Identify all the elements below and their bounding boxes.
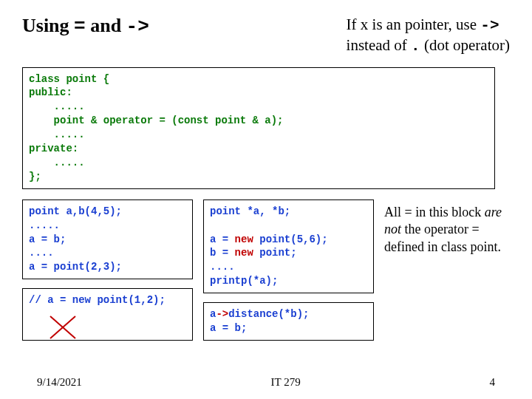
slide: Using = and -> If x is an pointer, use -… — [0, 0, 532, 399]
header-note: If x is an pointer, use -> instead of . … — [347, 15, 510, 57]
svg-line-0 — [50, 316, 75, 338]
mid1-l4a: b = — [210, 247, 235, 259]
left-column: point a,b(4,5); ..... a = b; .... a = po… — [22, 200, 193, 341]
left-code-1: point a,b(4,5); ..... a = b; .... a = po… — [29, 205, 122, 273]
title-text-1: Using — [22, 15, 74, 36]
title-eq: = — [74, 16, 86, 38]
note-arrow: -> — [480, 17, 499, 34]
mid1-l3c: point(5,6); — [253, 233, 328, 245]
code-left-commented: // a = new point(1,2); — [22, 288, 193, 341]
slide-title: Using = and -> — [22, 15, 149, 38]
right-note: All = in this block are not the operator… — [384, 200, 510, 341]
code-row: point a,b(4,5); ..... a = b; .... a = po… — [22, 200, 510, 341]
code-mid-pointer: point *a, *b; a = new point(5,6); b = ne… — [203, 200, 374, 293]
middle-column: point *a, *b; a = new point(5,6); b = ne… — [203, 200, 374, 341]
code-top: class point { public: ..... point & oper… — [29, 73, 283, 183]
note-text-1: If x is an pointer, use — [347, 16, 481, 33]
title-arrow: -> — [126, 16, 149, 38]
footer-course: IT 279 — [271, 376, 301, 389]
left-code-2: // a = new point(1,2); — [29, 294, 166, 306]
rnote-c: the operator = defined in class point. — [384, 222, 501, 253]
mid1-l3b: new — [235, 233, 253, 245]
code-mid-arrow: a->distance(*b); a = b; — [203, 302, 374, 341]
mid1-l4c: point; — [253, 247, 297, 259]
mid1-l6: printp(*a); — [210, 275, 278, 287]
mid2-l1c: distance(*b); — [228, 308, 309, 320]
code-left-usage: point a,b(4,5); ..... a = b; .... a = po… — [22, 200, 193, 279]
footer: 9/14/2021 IT 279 4 — [0, 376, 532, 389]
header: Using = and -> If x is an pointer, use -… — [22, 15, 510, 57]
mid2-l1b: -> — [216, 308, 228, 320]
mid1-l5: .... — [210, 261, 235, 273]
rnote-a: All = in this block — [384, 205, 485, 219]
note-dot: . — [411, 38, 420, 55]
title-text-2: and — [86, 15, 126, 36]
svg-line-1 — [50, 316, 75, 338]
footer-date: 9/14/2021 — [37, 376, 82, 389]
mid2-l2: a = b; — [210, 322, 247, 334]
note-text-3: (dot operator) — [420, 36, 510, 54]
footer-page: 4 — [489, 376, 495, 389]
code-class-definition: class point { public: ..... point & oper… — [22, 67, 495, 189]
mid1-l4b: new — [235, 247, 253, 259]
mid1-l1: point *a, *b; — [210, 205, 290, 217]
mid1-l3a: a = — [210, 233, 235, 245]
note-text-2: instead of — [347, 36, 411, 54]
